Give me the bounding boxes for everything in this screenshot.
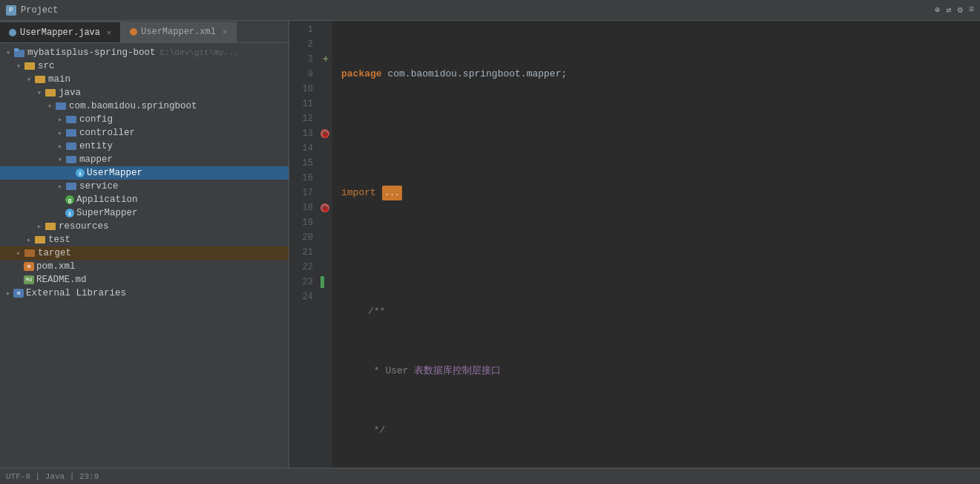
tree-item-config[interactable]: config <box>0 113 289 126</box>
main-folder-icon <box>34 75 46 84</box>
tree-label-usermapper: UserMapper <box>87 168 142 178</box>
project-tree: mybatisplus-spring-boot C:\dev\git\my...… <box>0 43 289 300</box>
tree-label-target: target <box>38 248 71 258</box>
sidebar-tab-bar: UserMapper.java ✕ UserMapper.xml ✕ <box>0 21 289 43</box>
svg-text:🐞: 🐞 <box>320 203 329 213</box>
ln-19: 19 <box>289 215 313 230</box>
ln-18: 18 <box>289 200 313 215</box>
settings-tool-icon[interactable]: ⚙ <box>958 4 963 16</box>
tree-label-ext-libs: External Libraries <box>26 288 126 298</box>
gutter-23 <box>319 275 332 290</box>
src-folder-icon <box>24 62 36 71</box>
tree-item-root[interactable]: mybatisplus-spring-boot C:\dev\git\my... <box>0 46 289 59</box>
add-tool-icon[interactable]: ⊕ <box>935 4 940 16</box>
code-line-11: * User 表数据库控制层接口 <box>341 364 980 379</box>
gutter-11 <box>319 97 332 111</box>
tree-item-entity[interactable]: entity <box>0 140 289 153</box>
tree-item-java[interactable]: java <box>0 86 289 99</box>
code-line-9 <box>341 245 980 260</box>
tree-arrow-java <box>34 88 45 97</box>
service-folder-icon <box>65 182 77 191</box>
gutter: + 🐞 🐞 <box>319 21 332 468</box>
ext-libs-icon: ⊞ <box>13 289 24 298</box>
gutter-19 <box>319 215 332 230</box>
code-line-1: package com.baomidou.springboot.mapper; <box>341 67 980 82</box>
tree-item-ext-libs[interactable]: ⊞ External Libraries <box>0 287 289 300</box>
code-container: 1 2 3 9 10 11 12 13 14 15 16 17 18 19 20… <box>289 21 980 468</box>
tree-label-pom: pom.xml <box>36 261 76 272</box>
ln-2: 2 <box>289 37 313 52</box>
tree-label-config: config <box>79 114 113 125</box>
token-chinese-11: 表数据库控制层接口 <box>414 364 501 379</box>
tree-item-test[interactable]: test <box>0 233 289 246</box>
ln-13: 13 <box>289 126 313 141</box>
status-text: UTF-8 | Java | 23:9 <box>6 472 99 481</box>
mapper-folder-icon <box>65 155 77 164</box>
entity-folder-icon <box>65 142 77 151</box>
tree-arrow-resources <box>34 222 45 231</box>
gutter-20 <box>319 230 332 245</box>
usermapper-badge: i <box>76 169 85 177</box>
ln-9: 9 <box>289 67 313 82</box>
pom-file-icon: m <box>24 262 34 271</box>
gutter-12 <box>319 111 332 126</box>
tree-item-application[interactable]: g Application <box>0 193 289 206</box>
sidebar: UserMapper.java ✕ UserMapper.xml ✕ mybat… <box>0 21 289 468</box>
gutter-2 <box>319 37 332 52</box>
tree-item-usermapper[interactable]: i UserMapper <box>0 166 289 180</box>
application-badge: g <box>65 195 74 204</box>
token-comment-12: */ <box>368 423 385 438</box>
tree-arrow-config <box>55 115 65 124</box>
tree-item-target[interactable]: target <box>0 246 289 260</box>
tree-arrow-main <box>24 75 34 84</box>
gutter-16 <box>319 171 332 186</box>
tree-item-controller[interactable]: controller <box>0 126 289 140</box>
tab-java-close[interactable]: ✕ <box>107 28 111 37</box>
gutter-3: + <box>319 52 332 67</box>
tab-usermapper-xml[interactable]: UserMapper.xml ✕ <box>121 22 237 42</box>
tree-item-readme[interactable]: Md README.md <box>0 273 289 287</box>
project-icon: P <box>6 5 16 16</box>
gutter-9 <box>319 67 332 82</box>
menu-tool-icon[interactable]: ≡ <box>969 4 974 16</box>
config-folder-icon <box>65 115 77 124</box>
ln-22: 22 <box>289 260 313 275</box>
token-package-name: com.baomidou.springboot.mapper; <box>387 67 567 82</box>
ln-11: 11 <box>289 97 313 111</box>
gutter-10 <box>319 82 332 97</box>
tab-xml-close[interactable]: ✕ <box>223 27 227 36</box>
gutter-22 <box>319 260 332 275</box>
tree-arrow-ext-libs <box>3 289 13 298</box>
tree-item-main[interactable]: main <box>0 73 289 86</box>
sync-tool-icon[interactable]: ⇄ <box>946 4 951 16</box>
tree-label-main: main <box>48 74 70 85</box>
tree-item-resources[interactable]: resources <box>0 220 289 233</box>
tree-label-test: test <box>48 235 70 245</box>
supermapper-badge: i <box>65 209 74 218</box>
code-line-3: import ... <box>341 186 980 200</box>
tree-item-service[interactable]: service <box>0 180 289 193</box>
tab-usermapper-java[interactable]: UserMapper.java ✕ <box>0 22 121 42</box>
tree-item-pkg[interactable]: com.baomidou.springboot <box>0 99 289 113</box>
ln-12: 12 <box>289 111 313 126</box>
tree-item-src[interactable]: src <box>0 59 289 73</box>
tree-item-mapper[interactable]: mapper <box>0 153 289 166</box>
gutter-mark-18: 🐞 <box>320 202 329 214</box>
tree-item-pom[interactable]: m pom.xml <box>0 260 289 273</box>
tree-label-controller: controller <box>79 128 135 138</box>
ln-20: 20 <box>289 230 313 245</box>
gutter-15 <box>319 156 332 171</box>
status-bar: UTF-8 | Java | 23:9 <box>0 468 980 484</box>
token-import-dots: ... <box>382 186 403 200</box>
test-folder-icon <box>34 235 46 244</box>
code-content[interactable]: package com.baomidou.springboot.mapper; … <box>332 21 980 468</box>
tree-arrow-root <box>3 48 13 57</box>
ln-24: 24 <box>289 290 313 304</box>
main-content: UserMapper.java ✕ UserMapper.xml ✕ mybat… <box>0 21 980 468</box>
editor-area: 1 2 3 9 10 11 12 13 14 15 16 17 18 19 20… <box>289 21 980 468</box>
tree-item-supermapper[interactable]: i SuperMapper <box>0 206 289 220</box>
xml-file-dot <box>130 28 137 36</box>
tree-root-path: C:\dev\git\my... <box>160 48 239 57</box>
line-numbers: 1 2 3 9 10 11 12 13 14 15 16 17 18 19 20… <box>289 21 319 468</box>
code-line-12: */ <box>341 423 980 438</box>
